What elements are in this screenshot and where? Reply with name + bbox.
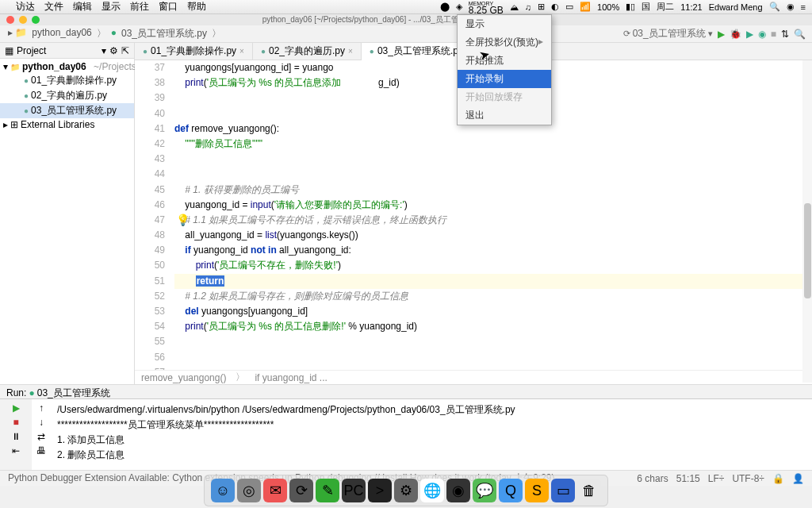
py-file-icon: ●	[24, 91, 29, 100]
clock-time: 11:21	[680, 2, 703, 12]
status-icon[interactable]: ♫	[525, 2, 531, 12]
project-panel: ▦ Project ▾ ⚙ ⇱ ▾📁 python_day06 ~/Projec…	[0, 43, 135, 384]
status-caret-pos[interactable]: 51:15	[676, 473, 700, 484]
lock-icon[interactable]: 🔒	[772, 473, 784, 484]
tree-file-selected[interactable]: ●03_员工管理系统.py	[0, 103, 134, 118]
project-icon: ▦	[5, 45, 13, 56]
status-icon[interactable]: ⛰	[510, 2, 519, 12]
status-line-sep[interactable]: LF÷	[708, 473, 725, 484]
dock-app[interactable]: ◉	[446, 479, 470, 502]
gear-icon[interactable]: ⚙	[109, 45, 118, 56]
spotlight-icon[interactable]: 🔍	[769, 2, 780, 12]
obs-icon[interactable]: ⬤	[440, 2, 450, 12]
dropbox-icon[interactable]: ◈	[456, 2, 462, 12]
dock-app[interactable]: Q	[499, 479, 523, 502]
minimize-window-icon[interactable]	[19, 16, 27, 24]
dock-app[interactable]: ⚙	[394, 479, 418, 502]
collapse-icon[interactable]: ⇱	[121, 45, 129, 56]
obs-dropdown-menu: 显示 全屏投影仪(预览) 开始推流 开始录制 开始回放缓存 退出	[457, 14, 552, 125]
dock-app[interactable]: 🗑	[577, 479, 601, 502]
editor-scrollbar[interactable]	[802, 60, 812, 383]
status-icon[interactable]: ◐	[551, 2, 559, 12]
menu-item-exit[interactable]: 退出	[458, 106, 551, 125]
run-config-selector[interactable]: ⟳ 03_员工管理系统 ▾	[623, 27, 713, 40]
menu-window[interactable]: 窗口	[159, 0, 178, 13]
dock-app[interactable]: ⟳	[289, 479, 313, 502]
wrap-icon[interactable]: ⇄	[37, 431, 45, 442]
tree-file[interactable]: ●02_字典的遍历.py	[0, 88, 134, 103]
intention-bulb-icon[interactable]: 💡	[176, 214, 190, 226]
print-icon[interactable]: 🖶	[36, 445, 46, 456]
menu-help[interactable]: 帮助	[187, 0, 206, 13]
status-encoding[interactable]: UTF-8÷	[732, 473, 764, 484]
py-file-icon: ●	[143, 47, 147, 56]
editor-tab[interactable]: ●02_字典的遍历.py×	[253, 43, 362, 60]
chevron-down-icon[interactable]: ▾	[102, 45, 106, 56]
wifi-icon[interactable]: 📶	[580, 2, 591, 12]
notif-icon[interactable]: ≡	[801, 2, 806, 12]
exit-icon[interactable]: ⇤	[12, 445, 20, 456]
editor-breadcrumb[interactable]: remove_yuangong()〉if yuangong_id ...	[135, 370, 812, 384]
close-window-icon[interactable]	[6, 16, 14, 24]
search-icon[interactable]: 🔍	[794, 29, 806, 40]
dock-app[interactable]: S	[525, 479, 549, 502]
zoom-window-icon[interactable]	[32, 16, 40, 24]
pause-icon[interactable]: ⏸	[11, 431, 21, 442]
up-icon[interactable]: ↑	[39, 402, 44, 414]
menu-finder[interactable]: 访达	[16, 0, 35, 13]
menu-edit[interactable]: 编辑	[73, 0, 92, 13]
user-name[interactable]: Edward Meng	[709, 2, 763, 12]
dock-app[interactable]: 🌐	[420, 479, 444, 502]
hector-icon[interactable]: 👤	[792, 473, 804, 484]
dock-app[interactable]: ✉	[263, 479, 287, 502]
menu-file[interactable]: 文件	[44, 0, 63, 13]
dock-app[interactable]: ◎	[237, 479, 261, 502]
dock-app[interactable]: 💬	[473, 479, 496, 502]
breadcrumb-file[interactable]: 03_员工管理系统.py	[120, 27, 209, 40]
run-panel-header[interactable]: Run: ● 03_员工管理系统	[0, 384, 812, 398]
breadcrumb-project[interactable]: python_day06	[30, 27, 93, 40]
project-panel-header[interactable]: ▦ Project ▾ ⚙ ⇱	[0, 43, 134, 59]
tree-file[interactable]: ●01_字典删除操作.py	[0, 73, 134, 88]
breadcrumb[interactable]: ▸ 📁 python_day06 〉 ● 03_员工管理系统.py 〉	[6, 27, 223, 40]
down-icon[interactable]: ↓	[39, 417, 44, 428]
rerun-button[interactable]: ▶	[13, 402, 20, 414]
console-output[interactable]: /Users/edwardmeng/.virtualenvs/bin/pytho…	[51, 399, 812, 470]
dock-app[interactable]: >	[368, 479, 392, 502]
coverage-button[interactable]: ▶	[746, 29, 753, 40]
menu-item-fullscreen-projector[interactable]: 全屏投影仪(预览)	[458, 33, 551, 52]
tree-root[interactable]: ▾📁 python_day06 ~/Projects/py	[0, 60, 134, 73]
run-button[interactable]: ▶	[718, 29, 725, 40]
run-panel: ▶ ■ ⏸ ⇤ ↑ ↓ ⇄ 🖶 /Users/edwardmeng/.virtu…	[0, 398, 812, 470]
dock-app[interactable]: ▭	[551, 479, 575, 502]
status-icon[interactable]: ⊞	[538, 2, 545, 12]
memory-indicator[interactable]: MEMORY 8.25 GB	[469, 1, 504, 13]
airplay-icon[interactable]: ▭	[565, 2, 573, 12]
menu-view[interactable]: 显示	[102, 0, 121, 13]
dock-app[interactable]: ✎	[316, 479, 339, 502]
stop-button[interactable]: ■	[13, 417, 18, 428]
dock-app[interactable]: ☺	[211, 479, 235, 502]
menu-item-start-record[interactable]: 开始录制	[458, 70, 551, 88]
menu-item-start-stream[interactable]: 开始推流	[458, 52, 551, 70]
window-traffic-lights[interactable]	[6, 16, 40, 24]
vcs-button[interactable]: ⇅	[781, 29, 789, 40]
tree-external-libs[interactable]: ▸⊞External Libraries	[0, 118, 134, 131]
py-file-icon: ●	[370, 47, 374, 56]
menu-go[interactable]: 前往	[130, 0, 149, 13]
dock-app[interactable]: PC	[342, 479, 366, 502]
battery-icon[interactable]: ▮▯	[626, 2, 635, 12]
profile-button[interactable]: ◉	[758, 29, 766, 40]
menu-item-display[interactable]: 显示	[458, 15, 551, 33]
siri-icon[interactable]: ◉	[787, 2, 795, 12]
py-file-icon: ●	[24, 76, 29, 85]
debug-button[interactable]: 🐞	[730, 29, 741, 40]
editor-tab[interactable]: ●01_字典删除操作.py×	[135, 43, 253, 60]
input-cn[interactable]: 国	[642, 1, 650, 13]
close-icon[interactable]: ×	[239, 47, 244, 56]
scrollbar-thumb[interactable]	[804, 203, 811, 298]
close-icon[interactable]: ×	[348, 47, 353, 56]
line-gutter[interactable]: 3738394041424344454647484950515253545556…	[135, 60, 174, 370]
folder-icon: 📁	[10, 63, 20, 71]
stop-button: ■	[771, 29, 776, 40]
